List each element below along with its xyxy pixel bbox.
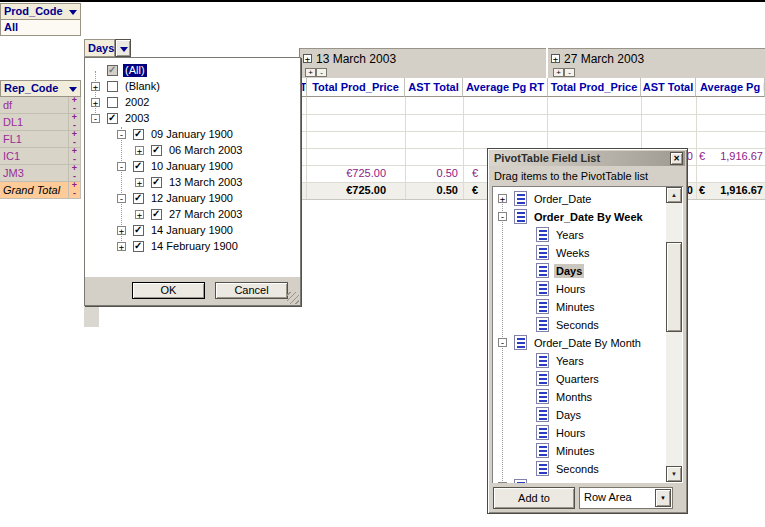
filter-item-10-january-1900[interactable]: 10 January 1900 bbox=[85, 159, 300, 175]
field-item-label[interactable]: Weeks bbox=[554, 246, 591, 260]
field-item-label[interactable]: Hours bbox=[554, 282, 587, 296]
field-item-months[interactable]: Months bbox=[492, 388, 652, 406]
field-item-order-date-by-week[interactable]: Order_Date By Week bbox=[492, 208, 652, 226]
rep-code-dropdown-icon[interactable] bbox=[69, 87, 77, 92]
checkbox[interactable] bbox=[133, 129, 144, 140]
field-item-label[interactable]: Quarters bbox=[554, 372, 601, 386]
checkbox[interactable] bbox=[107, 81, 118, 92]
scrollbar-thumb[interactable] bbox=[666, 242, 682, 332]
checkbox[interactable] bbox=[133, 241, 144, 252]
field-item-special-pos[interactable]: Special_Pos bbox=[492, 478, 652, 483]
checkbox[interactable] bbox=[133, 193, 144, 204]
field-item-label[interactable]: Order_Date By Week bbox=[532, 210, 645, 224]
field-item-minutes-week[interactable]: Minutes bbox=[492, 298, 652, 316]
field-item-hours-week[interactable]: Hours bbox=[492, 280, 652, 298]
add-to-button[interactable]: Add to bbox=[493, 487, 575, 509]
filter-item-label[interactable]: 2003 bbox=[123, 112, 151, 125]
collapse-icon[interactable] bbox=[498, 338, 507, 347]
hide-detail-button[interactable] bbox=[564, 68, 575, 77]
field-item-label[interactable]: Hours bbox=[554, 426, 587, 440]
prod-code-value-cell[interactable]: All bbox=[0, 20, 81, 36]
expand-icon[interactable] bbox=[135, 146, 144, 155]
checkbox[interactable] bbox=[151, 177, 162, 188]
filter-item-2002[interactable]: 2002 bbox=[85, 95, 300, 111]
collapse-icon[interactable] bbox=[117, 130, 126, 139]
field-item-quarters[interactable]: Quarters bbox=[492, 370, 652, 388]
filter-item-blank[interactable]: (Blank) bbox=[85, 79, 300, 95]
expand-icon[interactable] bbox=[117, 226, 126, 235]
rep-code-field-header[interactable]: Rep_Code bbox=[0, 80, 81, 97]
filter-item-label[interactable]: 12 January 1900 bbox=[149, 192, 235, 205]
filter-item-label[interactable]: 10 January 1900 bbox=[149, 160, 235, 173]
filter-item-06-march-2003[interactable]: 06 March 2003 bbox=[85, 143, 300, 159]
field-item-label[interactable]: Minutes bbox=[554, 300, 597, 314]
ok-button[interactable]: OK bbox=[132, 282, 205, 299]
filter-item-14-february-1900[interactable]: 14 February 1900 bbox=[85, 239, 300, 255]
collapse-icon[interactable] bbox=[91, 114, 100, 123]
field-item-label[interactable]: Days bbox=[554, 264, 584, 278]
checkbox[interactable] bbox=[133, 225, 144, 236]
filter-item-label[interactable]: 27 March 2003 bbox=[167, 208, 244, 221]
expand-icon[interactable] bbox=[135, 178, 144, 187]
resize-grip[interactable] bbox=[287, 292, 299, 304]
field-item-seconds-month[interactable]: Seconds bbox=[492, 460, 652, 478]
filter-item-27-march-2003[interactable]: 27 March 2003 bbox=[85, 207, 300, 223]
filter-item-label[interactable]: (Blank) bbox=[123, 80, 162, 93]
collapse-icon[interactable] bbox=[498, 212, 507, 221]
cancel-button[interactable]: Cancel bbox=[215, 282, 288, 299]
scroll-up-icon[interactable]: ▲ bbox=[666, 187, 682, 203]
show-detail-button[interactable] bbox=[305, 68, 316, 77]
collapse-icon[interactable] bbox=[117, 162, 126, 171]
expand-icon[interactable] bbox=[498, 194, 507, 203]
filter-item-label[interactable]: (All) bbox=[123, 64, 147, 77]
field-item-minutes-month[interactable]: Minutes bbox=[492, 442, 652, 460]
group-expand-icon[interactable] bbox=[303, 54, 312, 63]
expand-icon[interactable] bbox=[91, 98, 100, 107]
collapse-icon[interactable] bbox=[117, 194, 126, 203]
days-dropdown-button[interactable] bbox=[115, 39, 131, 57]
field-item-label[interactable]: Seconds bbox=[554, 318, 601, 332]
scroll-down-icon[interactable]: ▼ bbox=[666, 466, 682, 482]
field-item-label[interactable]: Seconds bbox=[554, 462, 601, 476]
filter-item-12-january-1900[interactable]: 12 January 1900 bbox=[85, 191, 300, 207]
filter-item-label[interactable]: 14 January 1900 bbox=[149, 224, 235, 237]
prod-code-dropdown-icon[interactable] bbox=[69, 10, 77, 15]
field-item-label[interactable]: Minutes bbox=[554, 444, 597, 458]
column-group-header-13-march[interactable]: 13 March 2003 bbox=[300, 48, 546, 68]
show-detail-button[interactable] bbox=[553, 68, 564, 77]
field-item-label[interactable]: Days bbox=[554, 408, 583, 422]
hide-detail-button[interactable] bbox=[316, 68, 327, 77]
filter-item-14-january-1900[interactable]: 14 January 1900 bbox=[85, 223, 300, 239]
field-item-order-date-by-month[interactable]: Order_Date By Month bbox=[492, 334, 652, 352]
field-item-label[interactable]: Years bbox=[554, 228, 586, 242]
area-dropdown[interactable]: Row Area ▼ bbox=[579, 487, 673, 509]
expand-icon[interactable] bbox=[91, 82, 100, 91]
field-item-label[interactable]: Special_Pos bbox=[532, 480, 597, 483]
column-group-header-27-march[interactable]: 27 March 2003 bbox=[548, 48, 765, 68]
days-field-button[interactable]: Days bbox=[84, 39, 131, 57]
field-item-days-week[interactable]: Days bbox=[492, 262, 652, 280]
filter-item-09-january-1900[interactable]: 09 January 1900 bbox=[85, 127, 300, 143]
filter-item-label[interactable]: 06 March 2003 bbox=[167, 144, 244, 157]
filter-item-label[interactable]: 09 January 1900 bbox=[149, 128, 235, 141]
filter-item-label[interactable]: 2002 bbox=[123, 96, 151, 109]
field-list-title-bar[interactable]: PivotTable Field List bbox=[490, 151, 685, 166]
filter-item-all[interactable]: (All) bbox=[85, 63, 300, 79]
field-item-days-month[interactable]: Days bbox=[492, 406, 652, 424]
field-item-label[interactable]: Order_Date By Month bbox=[532, 336, 643, 350]
field-item-label[interactable]: Months bbox=[554, 390, 594, 404]
prod-code-field-header[interactable]: Prod_Code bbox=[0, 3, 81, 20]
filter-item-label[interactable]: 14 February 1900 bbox=[149, 240, 240, 253]
checkbox[interactable] bbox=[151, 209, 162, 220]
filter-item-13-march-2003[interactable]: 13 March 2003 bbox=[85, 175, 300, 191]
filter-item-2003[interactable]: 2003 bbox=[85, 111, 300, 127]
expand-icon[interactable] bbox=[498, 482, 507, 483]
field-item-years-week[interactable]: Years bbox=[492, 226, 652, 244]
expand-icon[interactable] bbox=[117, 242, 126, 251]
scrollbar-track[interactable] bbox=[666, 187, 682, 482]
field-item-seconds-week[interactable]: Seconds bbox=[492, 316, 652, 334]
field-item-label[interactable]: Order_Date bbox=[532, 192, 593, 206]
field-item-order-date[interactable]: Order_Date bbox=[492, 190, 652, 208]
group-expand-icon[interactable] bbox=[551, 54, 560, 63]
checkbox[interactable] bbox=[151, 145, 162, 156]
